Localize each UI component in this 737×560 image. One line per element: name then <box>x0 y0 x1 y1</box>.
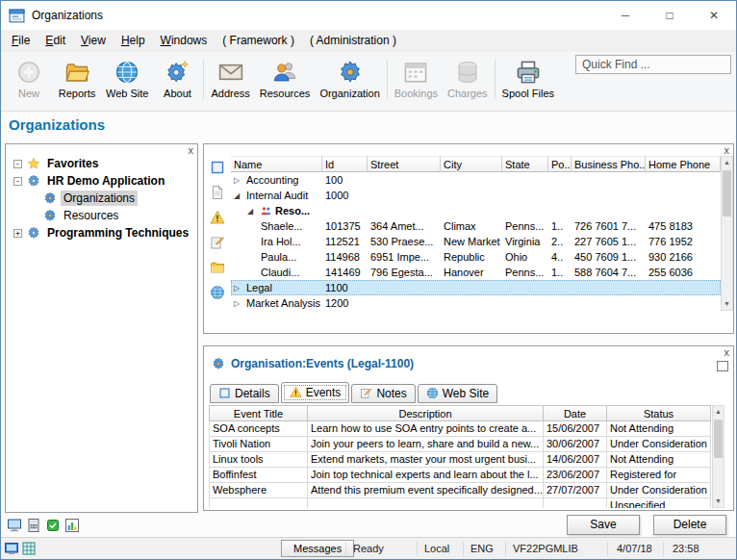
events-row-linux-tools[interactable]: Linux toolsExtend markets, master your m… <box>209 452 711 468</box>
statusbar-separator <box>607 542 608 556</box>
calculator-icon[interactable] <box>26 518 41 533</box>
menu-item-edit[interactable]: Edit <box>38 30 73 52</box>
scrollbar-thumb[interactable] <box>714 420 723 458</box>
grid-row-claudi[interactable]: Claudi...141469796 Egesta...HanoverPenns… <box>231 265 721 280</box>
tree-item-organizations[interactable]: Organizations <box>6 190 197 207</box>
menu-item-help[interactable]: Help <box>114 30 153 52</box>
scroll-up-icon[interactable]: ▲ <box>722 157 732 168</box>
events-column-header-status[interactable]: Status <box>607 405 711 421</box>
expanded-expander-icon[interactable]: ◢ <box>234 191 243 200</box>
expanded-expander-icon[interactable]: ◢ <box>247 207 257 216</box>
toolbar-button-reports[interactable]: Reports <box>53 57 101 102</box>
close-panel-icon[interactable]: x <box>189 144 194 156</box>
toolbar-button-about[interactable]: About <box>153 57 201 102</box>
grid-vertical-scrollbar[interactable]: ▲ ▼ <box>721 156 733 311</box>
menu-item-windows[interactable]: Windows <box>153 30 216 52</box>
window-controls: ─ □ ✕ <box>603 1 736 30</box>
maximize-panel-icon[interactable] <box>717 361 728 371</box>
details-square-icon[interactable] <box>210 160 225 175</box>
grid-column-header-id[interactable]: Id <box>322 156 368 172</box>
toolbar-button-organization[interactable]: Organization <box>315 57 384 102</box>
tree-item-programming-techniques[interactable]: +Programming Techniques <box>6 224 197 242</box>
events-cell: 15/06/2007 <box>544 421 607 437</box>
toolbar-button-web-site[interactable]: Web Site <box>101 57 153 102</box>
grid-row-shaele[interactable]: Shaele...101375364 Amet...ClimaxPenns...… <box>231 218 721 234</box>
events-vertical-scrollbar[interactable]: ▲ ▼ <box>712 405 724 508</box>
green-led-icon[interactable] <box>45 518 61 533</box>
document-icon[interactable] <box>210 185 225 200</box>
grid-column-header-name[interactable]: Name <box>231 156 322 172</box>
close-panel-icon[interactable]: x <box>724 144 730 156</box>
events-column-header-date[interactable]: Date <box>544 405 607 421</box>
grid-mini-icon[interactable] <box>21 541 37 556</box>
delete-button[interactable]: Delete <box>653 515 726 535</box>
grid-column-header-po[interactable]: Po... <box>548 156 572 172</box>
grid-row-paula[interactable]: Paula...1149686951 Impe...RepublicOhio4.… <box>231 249 721 265</box>
collapse-toggle-icon[interactable]: - <box>13 160 22 168</box>
scroll-up-icon[interactable]: ▲ <box>713 406 724 418</box>
grid-row-market-analysis[interactable]: ▷Market Analysis1200 <box>231 295 721 311</box>
save-button[interactable]: Save <box>567 515 640 535</box>
maximize-button[interactable]: □ <box>648 1 692 30</box>
tree-item-label: HR Demo Application <box>44 173 167 189</box>
tab-events[interactable]: Events <box>281 382 350 403</box>
events-row-boffinfest[interactable]: BoffinfestJoin top technical experts and… <box>209 468 711 483</box>
scroll-down-icon[interactable]: ▼ <box>722 298 732 310</box>
close-panel-icon[interactable]: x <box>724 346 730 358</box>
grid-row-ira-hol[interactable]: Ira Hol...112521530 Praese...New MarketV… <box>231 234 721 249</box>
globe-icon[interactable] <box>210 285 225 300</box>
grid-cell: 530 Praese... <box>368 234 441 249</box>
collapsed-expander-icon[interactable]: ▷ <box>234 299 243 308</box>
events-row[interactable]: Unspecified <box>209 498 711 508</box>
grid-column-header-state[interactable]: State <box>502 156 548 172</box>
warning-icon[interactable] <box>210 210 225 225</box>
note-icon[interactable] <box>210 235 225 250</box>
toolbar-button-address[interactable]: Address <box>206 57 254 102</box>
scroll-down-icon[interactable]: ▼ <box>713 496 724 507</box>
tree-item-favorites[interactable]: -Favorites <box>6 155 197 172</box>
toolbar-button-spool-files[interactable]: Spool Files <box>497 57 559 102</box>
messages-button[interactable]: Messages <box>281 540 354 557</box>
tree-item-hr-demo-application[interactable]: -HR Demo Application <box>6 172 197 190</box>
events-column-header-event-title[interactable]: Event Title <box>209 405 308 421</box>
expand-toggle-icon[interactable]: + <box>13 229 22 238</box>
menu-item-view[interactable]: View <box>73 30 114 52</box>
collapsed-expander-icon[interactable]: ▷ <box>234 176 243 185</box>
events-column-header-description[interactable]: Description <box>308 405 544 421</box>
grid-row-reso[interactable]: ◢Reso... <box>231 203 721 218</box>
tree-item-resources[interactable]: Resources <box>6 207 197 224</box>
grid-row-internal-audit[interactable]: ◢Internal Audit1000 <box>231 188 721 203</box>
grid-row-legal[interactable]: ▷Legal1100 <box>231 280 721 295</box>
tab-web-site[interactable]: Web Site <box>418 384 497 403</box>
grid-row-accounting[interactable]: ▷Accounting100 <box>231 172 721 188</box>
tab-notes[interactable]: Notes <box>351 384 415 403</box>
grid-column-header-street[interactable]: Street <box>368 156 441 172</box>
scrollbar-thumb[interactable] <box>723 170 731 216</box>
monitor-icon[interactable] <box>7 518 22 533</box>
events-row-tivoli-nation[interactable]: Tivoli NationJoin your peers to learn, s… <box>209 437 711 452</box>
grid-cell <box>548 280 572 295</box>
close-button[interactable]: ✕ <box>692 1 736 30</box>
menu-item-administration[interactable]: ( Administration ) <box>302 30 404 52</box>
collapsed-expander-icon[interactable]: ▷ <box>234 284 243 293</box>
statusbar-separator <box>463 542 464 556</box>
collapse-toggle-icon[interactable]: - <box>13 177 22 186</box>
toolbar-button-resources[interactable]: Resources <box>255 57 316 102</box>
tab-details[interactable]: Details <box>210 384 279 403</box>
menu-item-file[interactable]: File <box>4 30 38 52</box>
grid-column-header-city[interactable]: City <box>441 156 502 172</box>
grid-column-header-home-phone[interactable]: Home Phone <box>646 156 721 172</box>
folder-icon[interactable] <box>210 260 225 275</box>
menu-item-framework[interactable]: ( Framework ) <box>215 30 302 52</box>
grid-cell: Ira Hol... <box>231 234 322 249</box>
quick-find-input[interactable] <box>575 55 731 74</box>
detail-caption-text: Organisation:Events (Legal-1100) <box>231 357 414 370</box>
chart-icon[interactable] <box>64 518 80 533</box>
status-ready: Ready <box>353 543 384 554</box>
session-icon[interactable] <box>4 541 19 556</box>
events-row-soa-concepts[interactable]: SOA conceptsLearn how to use SOA entry p… <box>209 421 711 437</box>
grid-column-header-business-pho[interactable]: Business Pho... <box>572 156 646 172</box>
reports-folder-icon <box>64 60 89 85</box>
minimize-button[interactable]: ─ <box>603 1 648 30</box>
events-row-websphere[interactable]: WebsphereAttend this premium event speci… <box>209 483 711 498</box>
